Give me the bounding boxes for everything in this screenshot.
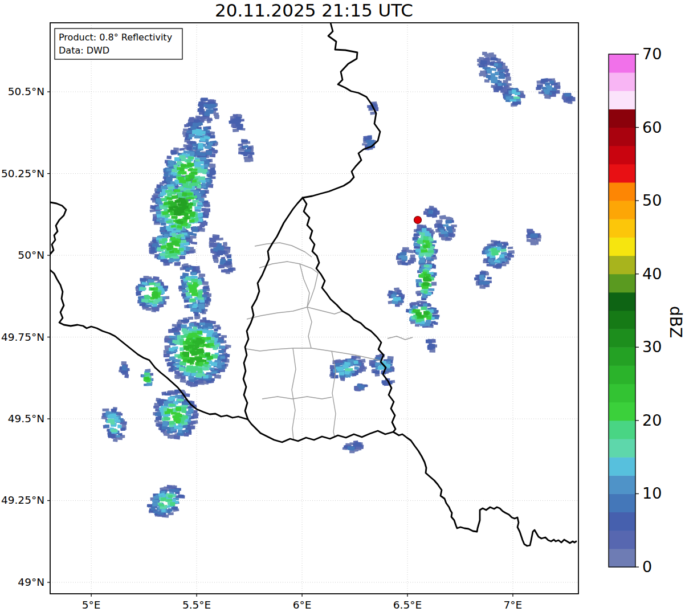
y-axis-tick-label: 50°N (18, 249, 44, 261)
colorbar-cell (609, 146, 635, 165)
x-axis-tick-label: 5.5°E (182, 599, 211, 611)
colorbar-cell (609, 109, 635, 128)
y-axis-tick-label: 49.75°N (1, 331, 44, 343)
colorbar-cell (609, 384, 635, 403)
colorbar-cell (609, 365, 635, 384)
colorbar-axis-label: dBZ (666, 306, 685, 338)
colorbar-cell (609, 439, 635, 458)
district-border-line (247, 307, 343, 319)
figure-canvas: 20.11.2025 21:15 UTC 5°E5.5°E6°E6.5°E7°E… (0, 0, 685, 616)
country-border-line (243, 198, 395, 442)
colorbar-cell (609, 512, 635, 531)
colorbar-cell (609, 91, 635, 109)
district-border-line (292, 348, 296, 439)
radar-site-marker (414, 217, 422, 224)
country-border-line (393, 432, 576, 546)
y-axis-tick-label: 50.25°N (1, 168, 44, 180)
radar-echoes (101, 52, 576, 518)
colorbar-cell (609, 329, 635, 348)
colorbar-cell (609, 457, 635, 476)
radar-site-dot (414, 217, 422, 224)
colorbar-cell (609, 54, 635, 73)
district-border-line (255, 243, 312, 257)
colorbar-cell (609, 128, 635, 146)
colorbar-cell (609, 274, 635, 293)
colorbar: 010203040506070 (609, 45, 662, 576)
colorbar-cell (609, 421, 635, 439)
y-axis-tick-label: 49°N (18, 576, 44, 588)
colorbar-cell (609, 164, 635, 183)
colorbar-tick-label: 40 (642, 265, 662, 283)
district-border-line (307, 273, 318, 307)
colorbar-cell (609, 72, 635, 91)
district-borders (246, 243, 413, 439)
colorbar-tick-label: 0 (642, 558, 652, 576)
y-axis-tick-label: 49.5°N (8, 413, 44, 425)
y-axis-tick-label: 49.25°N (1, 494, 44, 506)
radar-map-figure: 20.11.2025 21:15 UTC 5°E5.5°E6°E6.5°E7°E… (0, 0, 685, 616)
colorbar-cell (609, 347, 635, 366)
x-axis-tick-label: 7°E (504, 599, 523, 611)
colorbar-cell (609, 549, 635, 568)
colorbar-cell (609, 219, 635, 238)
district-border-line (300, 264, 309, 307)
colorbar-cell (609, 256, 635, 275)
colorbar-cell (609, 201, 635, 219)
colorbar-cell (609, 402, 635, 421)
district-border-line (262, 397, 332, 399)
colorbar-tick-label: 10 (642, 484, 662, 502)
colorbar-cell (609, 237, 635, 256)
colorbar-tick-label: 20 (642, 411, 662, 429)
colorbar-cell (609, 475, 635, 494)
map-area: 5°E5.5°E6°E6.5°E7°E49°N49.25°N49.5°N49.7… (1, 23, 578, 611)
colorbar-tick-label: 70 (642, 45, 662, 63)
axis-tick-labels: 5°E5.5°E6°E6.5°E7°E49°N49.25°N49.5°N49.7… (1, 85, 522, 611)
colorbar-tick-label: 50 (642, 191, 662, 209)
info-product-line: Product: 0.8° Reflectivity (59, 32, 172, 43)
axis-ticks (47, 92, 513, 597)
district-border-line (307, 307, 312, 348)
colorbar-tick-label: 60 (642, 119, 662, 136)
x-axis-tick-label: 6.5°E (393, 599, 422, 611)
colorbar-cell (609, 292, 635, 311)
y-axis-tick-label: 50.5°N (8, 85, 44, 97)
colorbar-cell (609, 531, 635, 549)
colorbar-cell (609, 311, 635, 329)
colorbar-cell (609, 493, 635, 512)
info-data-line: Data: DWD (59, 45, 109, 56)
x-axis-tick-label: 5°E (82, 599, 101, 611)
colorbar-cell (609, 182, 635, 201)
figure-title: 20.11.2025 21:15 UTC (215, 0, 413, 21)
colorbar-tick-label: 30 (642, 338, 662, 356)
x-axis-tick-label: 6°E (293, 599, 312, 611)
country-borders (48, 23, 576, 546)
info-box: Product: 0.8° Reflectivity Data: DWD (55, 28, 182, 59)
district-border-line (388, 336, 413, 340)
